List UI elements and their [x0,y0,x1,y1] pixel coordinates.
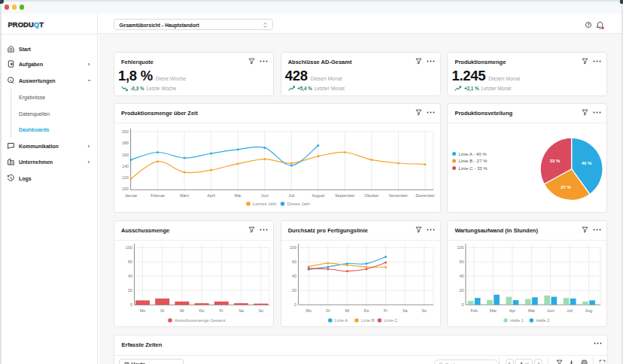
svg-text:100: 100 [126,245,132,250]
svg-text:Mar: Mar [490,308,497,312]
svg-text:So: So [258,308,263,312]
svg-text:Juli: Juli [288,193,294,198]
svg-text:Januar: Januar [125,193,138,198]
svg-text:40: 40 [460,274,464,278]
svg-text:40: 40 [292,274,296,278]
svg-text:Juni: Juni [261,193,269,198]
svg-text:27 %: 27 % [561,185,572,190]
svg-text:200: 200 [122,129,129,134]
svg-text:Mai: Mai [235,193,242,198]
svg-text:Ausschussmenge Gesamt: Ausschussmenge Gesamt [175,318,226,323]
svg-text:Oktober: Oktober [364,193,378,198]
svg-text:Sa: Sa [239,308,244,312]
svg-text:Di: Di [160,308,164,312]
svg-text:Linie C - 33 %: Linie C - 33 % [459,165,488,171]
svg-text:Mo: Mo [305,308,312,312]
svg-text:Aug: Aug [585,308,593,312]
svg-text:60: 60 [460,259,464,264]
svg-text:Linie A: Linie A [334,318,348,323]
svg-text:Dezember: Dezember [416,193,435,198]
svg-text:Linie A - 40 %: Linie A - 40 % [459,151,488,156]
svg-text:Mai: Mai [528,308,535,312]
svg-text:November: November [389,193,408,198]
svg-text:März: März [180,193,189,198]
svg-text:120: 120 [122,175,129,180]
svg-text:100: 100 [122,187,129,191]
svg-text:Feb: Feb [471,308,478,312]
svg-text:Letztes Jahr: Letztes Jahr [253,202,277,206]
svg-text:Juni: Juni [547,308,555,312]
svg-text:Halle 2: Halle 2 [536,318,550,323]
svg-text:Apr: Apr [509,308,516,312]
svg-text:40: 40 [128,274,132,278]
svg-text:Mi: Mi [345,308,349,312]
svg-text:20: 20 [460,288,464,293]
svg-text:33 %: 33 % [550,159,561,163]
svg-text:Juli: Juli [567,308,573,312]
svg-text:40 %: 40 % [582,161,592,165]
svg-text:60: 60 [128,259,132,264]
svg-text:0: 0 [294,302,296,307]
svg-text:20: 20 [128,288,132,293]
svg-text:0: 0 [462,302,464,307]
svg-text:Fr: Fr [384,308,387,312]
svg-text:Halle 1: Halle 1 [510,318,524,323]
svg-text:August: August [312,193,324,198]
svg-text:100: 100 [457,245,464,250]
svg-text:60: 60 [292,259,296,264]
svg-text:September: September [335,193,355,198]
svg-text:So: So [421,308,427,312]
svg-text:Do: Do [363,308,369,312]
svg-text:Sa: Sa [403,308,408,312]
svg-text:20: 20 [292,288,296,293]
svg-text:Linie B - 27 %: Linie B - 27 % [459,158,488,163]
svg-text:Dieses Jahr: Dieses Jahr [287,202,311,206]
svg-text:Fr: Fr [220,308,223,312]
svg-text:?: ? [587,23,589,27]
svg-text:Do: Do [199,308,205,312]
svg-text:160: 160 [122,153,129,157]
svg-text:100: 100 [290,245,296,250]
svg-text:180: 180 [122,141,129,146]
svg-text:Linie B: Linie B [361,318,375,323]
svg-text:April: April [207,193,215,198]
svg-text:Linie C: Linie C [384,318,397,323]
svg-text:140: 140 [122,164,129,168]
svg-text:Februar: Februar [150,193,165,198]
svg-text:Di: Di [326,308,330,312]
svg-text:0: 0 [130,302,132,306]
svg-text:Mo: Mo [140,308,146,312]
svg-text:Mi: Mi [180,308,184,312]
